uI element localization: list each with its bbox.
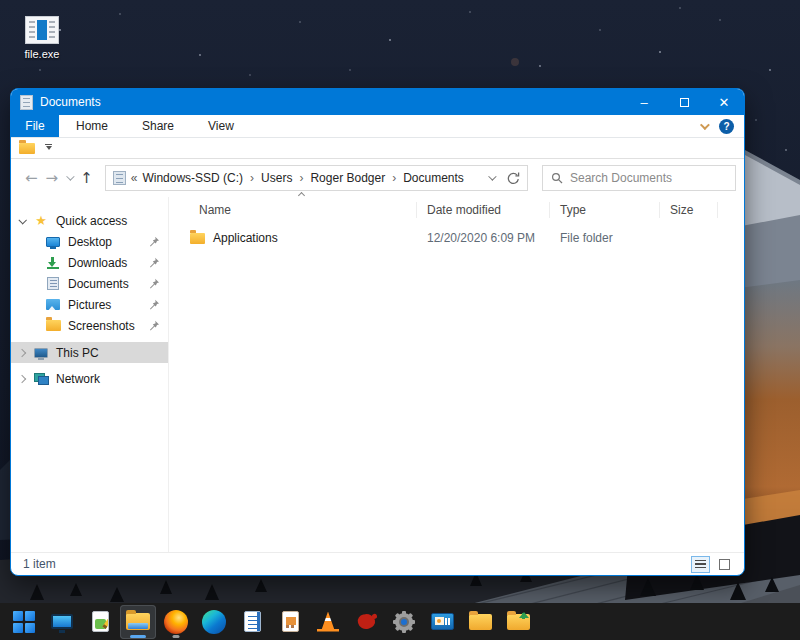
details-view-button[interactable] xyxy=(691,556,710,573)
pin-icon[interactable] xyxy=(149,257,160,268)
address-bar[interactable]: « Windows-SSD (C:) › Users › Roger Bodge… xyxy=(105,165,528,191)
chevron-right-icon[interactable] xyxy=(18,348,26,356)
up-button[interactable]: ↑ xyxy=(80,169,93,187)
taskbar-folder-upload[interactable] xyxy=(500,605,536,639)
menu-tab-home[interactable]: Home xyxy=(59,115,125,137)
address-dropdown-icon[interactable] xyxy=(488,172,496,180)
explorer-window: Documents – ✕ File Home Share View ? ← →… xyxy=(10,88,745,576)
search-input[interactable] xyxy=(570,171,727,185)
breadcrumb-segment[interactable]: Users xyxy=(261,171,292,185)
breadcrumb-separator[interactable]: › xyxy=(390,171,398,185)
maximize-button[interactable] xyxy=(664,89,704,115)
file-name: Applications xyxy=(213,231,278,245)
menu-tab-view[interactable]: View xyxy=(191,115,251,137)
sidebar-item-label: Desktop xyxy=(68,235,112,249)
gear-icon xyxy=(393,611,415,633)
file-row-applications[interactable]: Applications 12/20/2020 6:09 PM File fol… xyxy=(177,227,744,249)
application-file-icon xyxy=(25,16,59,44)
help-button[interactable]: ? xyxy=(719,119,734,134)
breadcrumb-separator[interactable]: › xyxy=(248,171,256,185)
column-header-type[interactable]: Type xyxy=(550,202,660,218)
breadcrumb-segment[interactable]: Roger Bodger xyxy=(310,171,385,185)
pin-icon[interactable] xyxy=(149,320,160,331)
sidebar-item-downloads[interactable]: Downloads xyxy=(11,252,168,273)
taskbar-settings[interactable] xyxy=(386,605,422,639)
network-icon xyxy=(34,373,49,385)
presentation-app-icon xyxy=(282,611,299,632)
taskbar-document-app[interactable] xyxy=(234,605,270,639)
window-title: Documents xyxy=(40,95,101,109)
search-box[interactable] xyxy=(542,165,736,191)
item-count: 1 item xyxy=(23,557,56,571)
sidebar-item-label: This PC xyxy=(56,346,99,360)
pin-icon[interactable] xyxy=(149,299,160,310)
sidebar-item-quick-access[interactable]: ★ Quick access xyxy=(11,210,168,231)
taskbar-presentation-app[interactable] xyxy=(272,605,308,639)
large-icons-view-icon xyxy=(719,559,730,570)
sidebar-item-label: Downloads xyxy=(68,256,127,270)
taskbar-vlc[interactable] xyxy=(310,605,346,639)
expand-ribbon-icon[interactable] xyxy=(700,120,710,130)
column-header-name[interactable]: Name xyxy=(177,202,417,218)
sidebar-item-this-pc[interactable]: This PC xyxy=(11,342,168,363)
sidebar-item-desktop[interactable]: Desktop xyxy=(11,231,168,252)
minimize-button[interactable]: – xyxy=(624,89,664,115)
recent-locations-icon[interactable] xyxy=(66,172,74,180)
pin-icon[interactable] xyxy=(149,278,160,289)
forward-button[interactable]: → xyxy=(46,169,59,187)
breadcrumb-segment[interactable]: Windows-SSD (C:) xyxy=(142,171,243,185)
chevron-right-icon[interactable] xyxy=(18,374,26,382)
sidebar-item-label: Network xyxy=(56,372,100,386)
sidebar-item-label: Pictures xyxy=(68,298,111,312)
close-button[interactable]: ✕ xyxy=(704,89,744,115)
customize-toolbar-icon[interactable] xyxy=(45,144,52,153)
taskbar-red-app[interactable] xyxy=(348,605,384,639)
folder-icon[interactable] xyxy=(19,143,35,154)
navigation-bar: ← → ↑ « Windows-SSD (C:) › Users › Roger… xyxy=(11,159,744,197)
document-icon xyxy=(47,277,59,290)
menu-tab-share[interactable]: Share xyxy=(125,115,191,137)
quick-access-toolbar xyxy=(11,138,744,159)
monitor-app-icon xyxy=(51,614,73,629)
title-bar[interactable]: Documents – ✕ xyxy=(11,89,744,115)
breadcrumb-separator[interactable]: › xyxy=(297,171,305,185)
column-headers: Name Date modified Type Size xyxy=(177,199,744,221)
taskbar-file-explorer[interactable] xyxy=(120,605,156,639)
breadcrumb-overflow[interactable]: « xyxy=(131,171,138,185)
file-type: File folder xyxy=(550,231,660,245)
sidebar-item-label: Quick access xyxy=(56,214,127,228)
window-document-icon xyxy=(20,95,33,110)
taskbar-editor-app[interactable] xyxy=(82,605,118,639)
large-icons-view-button[interactable] xyxy=(715,556,734,573)
back-button[interactable]: ← xyxy=(25,169,38,187)
taskbar-folder[interactable] xyxy=(462,605,498,639)
refresh-icon[interactable] xyxy=(506,171,521,186)
location-document-icon xyxy=(113,171,126,185)
sidebar-item-documents[interactable]: Documents xyxy=(11,273,168,294)
document-app-icon xyxy=(244,611,261,632)
monitor-icon xyxy=(46,237,60,247)
download-icon xyxy=(47,257,59,269)
folder-icon xyxy=(469,614,492,630)
column-header-date-modified[interactable]: Date modified xyxy=(417,202,550,218)
computer-icon xyxy=(34,348,48,358)
taskbar-firefox[interactable] xyxy=(158,605,194,639)
taskbar-monitor-app[interactable] xyxy=(44,605,80,639)
star-icon: ★ xyxy=(35,214,47,227)
pin-icon[interactable] xyxy=(149,236,160,247)
sidebar-item-pictures[interactable]: Pictures xyxy=(11,294,168,315)
taskbar-control-panel[interactable] xyxy=(424,605,460,639)
sidebar-item-screenshots[interactable]: Screenshots xyxy=(11,315,168,336)
column-header-size[interactable]: Size xyxy=(660,202,718,218)
breadcrumb-segment[interactable]: Documents xyxy=(403,171,464,185)
sidebar-item-network[interactable]: Network xyxy=(11,368,168,389)
picture-icon xyxy=(46,299,60,310)
desktop-icon-file-exe[interactable]: file.exe xyxy=(10,16,74,60)
folder-icon xyxy=(46,320,61,331)
chevron-down-icon[interactable] xyxy=(18,216,26,224)
taskbar-start-button[interactable] xyxy=(6,605,42,639)
taskbar-edge[interactable] xyxy=(196,605,232,639)
close-icon: ✕ xyxy=(719,95,730,110)
menu-tab-file[interactable]: File xyxy=(11,115,59,137)
taskbar xyxy=(0,603,800,640)
